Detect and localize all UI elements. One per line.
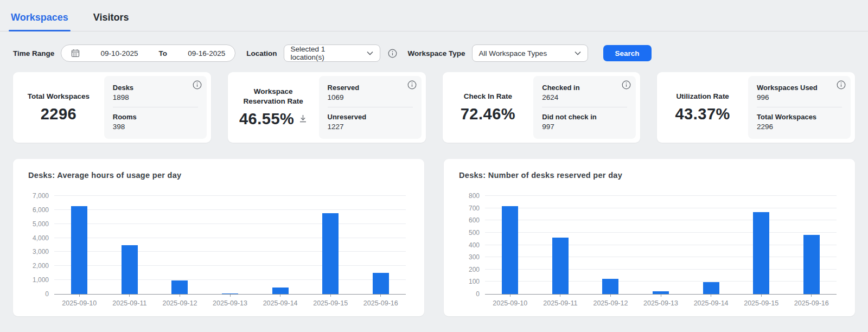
stat-breakdown-panel: Reserved 1069 Unreserved 1227	[319, 76, 422, 139]
stat-card-utilization-rate: Utilization Rate 43.37% Workspaces Used …	[657, 72, 855, 143]
bar	[122, 245, 138, 295]
y-axis-tick-label: 0	[23, 290, 49, 298]
date-range-input[interactable]: 09-10-2025 To 09-16-2025	[61, 44, 235, 62]
x-axis-labels: 2025-09-102025-09-112025-09-122025-09-13…	[54, 295, 406, 307]
workspace-type-label: Workspace Type	[408, 49, 465, 58]
breakdown-label: Did not check in	[542, 113, 627, 121]
y-axis-tick-label: 500	[454, 229, 480, 237]
download-icon[interactable]	[299, 114, 307, 123]
x-axis-tick	[380, 295, 381, 297]
tab-visitors[interactable]: Visitors	[91, 12, 131, 31]
stat-card-reservation-rate: Workspace Reservation Rate 46.55% Reserv…	[228, 72, 426, 143]
chevron-down-icon	[575, 51, 581, 55]
breakdown-label: Desks	[113, 84, 198, 92]
x-axis-tick	[180, 295, 180, 297]
date-from-value[interactable]: 09-10-2025	[100, 49, 138, 58]
workspace-analytics-page: Workspaces Visitors Time Range 09-10-202…	[0, 0, 868, 332]
y-axis-tick-label: 0	[454, 290, 480, 298]
y-axis-tick-label: 400	[454, 241, 480, 249]
date-to-label: To	[159, 49, 168, 58]
workspace-type-dropdown-value: All Workspace Types	[479, 49, 547, 58]
breakdown-value: 398	[113, 123, 198, 131]
location-dropdown[interactable]: Selected 1 location(s)	[284, 44, 380, 62]
calendar-icon[interactable]	[71, 49, 80, 58]
info-icon[interactable]	[837, 80, 846, 90]
chart-title: Desks: Average hours of usage per day	[26, 171, 411, 180]
bar	[322, 213, 339, 294]
stat-value: 2296	[41, 105, 77, 123]
x-axis-tick-label: 2025-09-11	[543, 299, 577, 307]
y-axis-tick-label: 6,000	[23, 206, 49, 214]
x-axis-tick-label: 2025-09-14	[263, 299, 298, 307]
bar	[653, 291, 669, 294]
x-axis-tick	[510, 295, 510, 297]
y-axis-tick-label: 100	[454, 278, 480, 285]
bar	[803, 235, 820, 294]
x-axis-tick	[129, 295, 130, 297]
x-axis-tick-label: 2025-09-10	[493, 299, 527, 307]
x-axis-tick	[230, 295, 231, 297]
y-axis-tick-label: 200	[454, 266, 480, 273]
tab-workspaces[interactable]: Workspaces	[9, 12, 71, 31]
x-axis-tick	[79, 295, 80, 297]
x-axis-tick-label: 2025-09-15	[313, 299, 348, 307]
stat-card-total-workspaces: Total Workspaces 2296 Desks 1898 Rooms 3…	[13, 72, 211, 143]
y-axis-tick-label: 4,000	[23, 234, 49, 242]
divider	[542, 107, 627, 107]
breakdown-value: 996	[757, 93, 842, 101]
info-icon[interactable]	[622, 80, 631, 90]
stat-title: Check In Rate	[464, 92, 512, 101]
bar	[71, 206, 87, 294]
bar	[753, 212, 769, 294]
date-to-value[interactable]: 09-16-2025	[188, 49, 225, 58]
stat-breakdown-panel: Checked in 2624 Did not check in 997	[533, 76, 636, 139]
y-axis-tick-label: 300	[454, 253, 480, 261]
x-axis-labels: 2025-09-102025-09-112025-09-122025-09-13…	[485, 295, 837, 307]
bar	[502, 206, 518, 294]
bar	[703, 282, 719, 294]
tab-bar: Workspaces Visitors	[0, 0, 868, 31]
location-label: Location	[246, 49, 277, 58]
x-axis-tick-label: 2025-09-12	[162, 299, 197, 307]
stat-breakdown-panel: Desks 1898 Rooms 398	[104, 76, 207, 139]
y-axis-tick-label: 800	[454, 192, 480, 200]
stat-value: 43.37%	[675, 105, 730, 123]
x-axis-tick	[811, 295, 812, 297]
stat-value: 72.46%	[461, 105, 515, 123]
stats-row: Total Workspaces 2296 Desks 1898 Rooms 3…	[13, 72, 855, 143]
time-range-label: Time Range	[13, 49, 54, 58]
x-axis-tick-label: 2025-09-15	[744, 299, 778, 307]
info-icon[interactable]	[407, 80, 417, 90]
x-axis-tick	[560, 295, 560, 297]
y-axis-tick-label: 5,000	[23, 220, 49, 228]
x-axis-tick	[711, 295, 711, 297]
y-axis-tick-label: 7,000	[23, 192, 49, 200]
divider	[328, 107, 413, 107]
breakdown-value: 1898	[113, 93, 198, 101]
stat-title: Workspace Reservation Rate	[233, 87, 314, 106]
divider	[757, 107, 842, 107]
location-info-icon[interactable]	[388, 49, 397, 58]
x-axis-tick-label: 2025-09-16	[794, 299, 829, 307]
x-axis-tick-label: 2025-09-12	[593, 299, 628, 307]
location-dropdown-value: Selected 1 location(s)	[291, 45, 359, 61]
chart-desks-reserved: Desks: Number of desks reserved per day …	[444, 159, 855, 316]
search-button[interactable]: Search	[603, 45, 652, 61]
workspace-type-dropdown[interactable]: All Workspace Types	[472, 44, 588, 62]
x-axis-tick-label: 2025-09-16	[363, 299, 398, 307]
filter-bar: Time Range 09-10-2025 To 09-16-2025 Loca…	[13, 44, 868, 62]
bar	[552, 238, 569, 294]
x-axis-tick	[661, 295, 661, 297]
x-axis-tick	[610, 295, 611, 297]
bar	[171, 280, 188, 294]
info-icon[interactable]	[193, 80, 202, 90]
chart-desks-usage-hours: Desks: Average hours of usage per day 01…	[13, 159, 424, 316]
breakdown-label: Rooms	[113, 113, 198, 121]
bar	[222, 293, 238, 294]
y-axis-tick-label: 3,000	[23, 248, 49, 256]
chevron-down-icon	[367, 51, 373, 55]
bar	[272, 288, 289, 294]
charts-row: Desks: Average hours of usage per day 01…	[13, 159, 855, 316]
x-axis-tick	[330, 295, 331, 297]
breakdown-label: Workspaces Used	[757, 84, 842, 92]
